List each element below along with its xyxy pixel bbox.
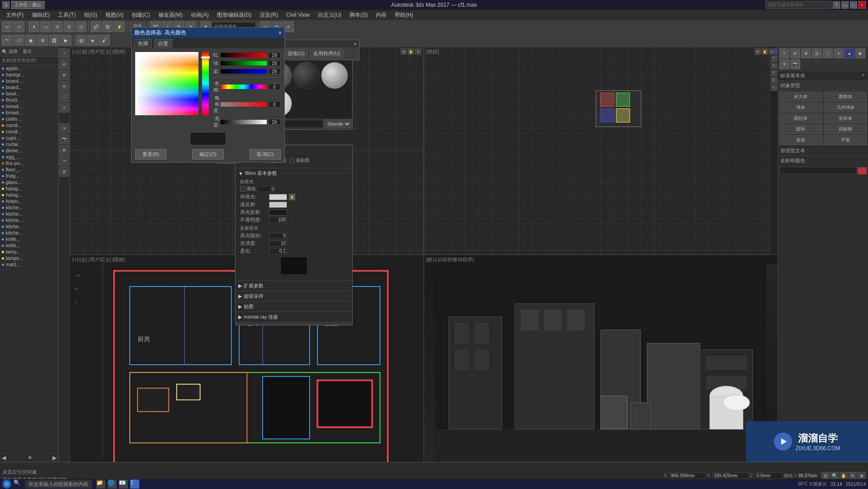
self-illum-val[interactable] [257,186,275,192]
cameras-btn[interactable]: 📷 [59,134,69,144]
diffuse-color[interactable] [269,202,287,208]
color-hue-bar[interactable] [202,52,209,115]
menu-help[interactable]: 帮助(H) [391,10,417,20]
list-item[interactable]: ● glass... [0,179,58,185]
reset-btn[interactable]: 重置(R) [135,149,166,160]
move-btn[interactable]: ✛ [52,21,63,32]
extended-section[interactable]: ▶ 扩展参数 [236,281,352,291]
create-btn[interactable]: + [59,48,69,58]
close-btn[interactable]: × [859,1,866,9]
motion-btn[interactable]: ◎ [59,81,69,91]
helpers-btn[interactable]: ⊕ [59,145,69,155]
small-dialog-title[interactable]: × [283,40,359,47]
viewport-bottomright[interactable]: [默认以前的驱动程序] [424,255,778,462]
vp-nav-zoom2[interactable]: ⊕ [755,48,761,55]
list-item[interactable]: ● kitche... [0,204,58,211]
zoom-btn[interactable]: 🔍 [830,472,839,480]
list-item[interactable]: ● floor_... [0,166,58,173]
display-btn[interactable]: □ [59,92,69,102]
taskbar-app-3ds[interactable]: 3 [130,480,139,489]
cameras-panel-btn[interactable]: 📷 [790,59,800,69]
plane-btn[interactable]: 平面 [824,135,868,145]
utilities-menu[interactable]: 实用程序(U) [310,49,343,58]
ambient-lock[interactable]: 🔒 [289,194,295,200]
pan-btn[interactable]: ✋ [840,472,848,480]
geometry-btn[interactable]: ▲ [844,48,854,58]
g-slider[interactable] [221,61,267,66]
ok-btn[interactable]: 确定(O) [192,149,224,160]
list-item[interactable]: ● knife... [0,236,58,242]
vp-nav-orbit2[interactable]: ↻ [769,48,775,55]
app-icon[interactable]: 3 [2,1,9,9]
quick-render-btn[interactable]: ▶ [61,35,71,46]
maximize-btn[interactable]: □ [850,1,857,9]
blinn-basic-section[interactable]: ▼ Blinn 基本参数 自发光 颜色 环境光: 🔒 漫反射: [236,169,352,280]
eyedropper-icon[interactable]: ✏ [167,109,171,115]
color-picker-titlebar[interactable]: 颜色选择器: 高光颜色 × [132,28,284,38]
list-item[interactable]: ● egg_... [0,154,58,160]
r-value[interactable] [268,52,281,58]
select-region-btn[interactable]: ▭ [40,21,51,32]
workspace-selector[interactable]: 工作区：默认 [11,1,45,9]
z-input[interactable] [755,472,783,479]
torus-btn[interactable]: 圆环 [779,124,823,134]
vp-tool-4[interactable]: P [771,70,777,76]
mental-ray-section[interactable]: ▶ mental ray 连接 [236,312,352,322]
list-item[interactable]: ● bread... [0,103,58,109]
vp-tool-6[interactable]: L [771,85,777,91]
list-item[interactable]: ● apple... [0,65,58,71]
list-item[interactable]: ● fire-po... [0,160,58,166]
material-type-dropdown[interactable]: Standard [324,119,351,128]
menu-civil-view[interactable]: Civil View [283,11,313,19]
list-item[interactable]: ● bowl... [0,90,58,97]
menu-modifier[interactable]: 修改器(M) [155,10,186,20]
color-picker-close[interactable]: × [278,30,282,36]
list-item[interactable]: ● hotpu... [0,198,58,204]
taskbar-app-3[interactable]: 📧 [119,480,128,489]
vp-tool-2[interactable]: Y [771,56,777,62]
list-item[interactable]: ● board... [0,78,58,84]
menu-create[interactable]: 创建(C) [128,10,154,20]
object-paint-btn[interactable]: 🖌 [99,35,110,46]
select-similar-btn[interactable]: ◈ [87,35,98,46]
list-item[interactable]: ● cups... [0,135,58,141]
mat-sphere-4[interactable] [321,62,348,89]
lights-btn[interactable]: ☀ [59,123,69,133]
shapes-btn[interactable]: ◐ [855,48,865,58]
bind-btn[interactable]: ⚡ [114,21,125,32]
redo-btn[interactable]: ↪ [14,21,24,32]
list-item[interactable]: ● kitche... [0,211,58,217]
rendered-frame-btn[interactable]: 🖼 [49,35,60,46]
system-btn[interactable]: ⚙ [59,167,69,177]
face-map-check[interactable] [289,158,295,163]
menu-group[interactable]: 组(G) [80,10,101,20]
minimize-btn[interactable]: — [841,1,849,9]
options-menu[interactable]: 选项(O) [284,49,308,58]
unlink-btn[interactable]: ⛓ [102,21,113,32]
modify-btn[interactable]: ⊘ [59,59,69,69]
list-item[interactable]: ● condi... [0,128,58,135]
specular-color[interactable] [269,209,287,216]
search-bar[interactable]: 在这里输入你想搜索的内容 [25,480,92,489]
list-item[interactable]: ● kitche... [0,217,58,223]
vp-nav-pan2[interactable]: ✋ [762,48,768,55]
list-item[interactable]: ● kitche... [0,223,58,230]
list-item[interactable]: ● halog... [0,192,58,198]
vp-nav-orbit[interactable]: ↻ [415,48,421,55]
vp-tool-3[interactable]: X [771,63,777,69]
hierarchy-panel-btn[interactable]: ⊗ [801,48,811,58]
menu-content[interactable]: 内容 [372,10,390,20]
list-item[interactable]: ● bread... [0,109,58,116]
utils-panel-btn[interactable]: ≡ [834,48,844,58]
link-btn[interactable]: 🔗 [90,21,101,32]
vp-nav-pan[interactable]: ✋ [408,48,414,55]
tube-btn[interactable]: 管状体 [824,113,868,123]
teapot-btn[interactable]: 茶壶 [779,135,823,145]
menu-customize[interactable]: 自定义(U) [314,10,345,20]
g-value[interactable] [268,60,281,66]
v-value[interactable] [268,119,281,125]
list-item[interactable]: ● kitche... [0,230,58,236]
h-slider[interactable] [221,85,267,89]
maps-section[interactable]: ▶ 贴图 [236,302,352,311]
schematic-btn[interactable]: ⬡ [14,35,24,46]
